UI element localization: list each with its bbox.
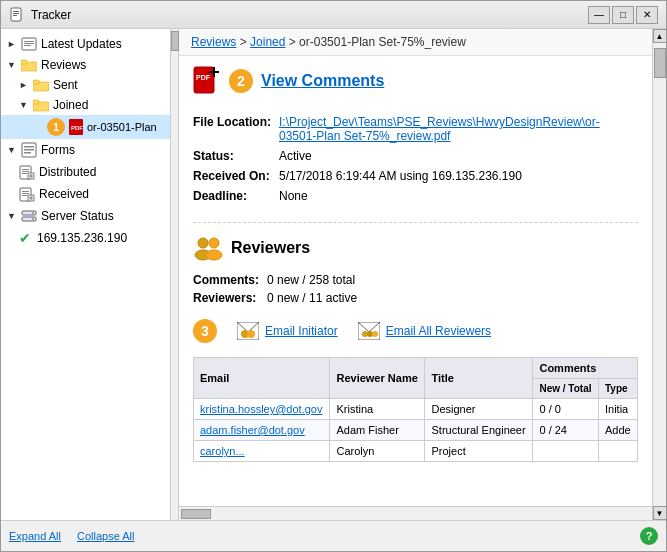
reviewer-email-1[interactable]: adam.fisher@dot.gov xyxy=(200,424,305,436)
collapse-all-link[interactable]: Collapse All xyxy=(77,530,134,542)
horizontal-scrollbar[interactable] xyxy=(179,506,652,520)
sidebar-scrollbar[interactable] xyxy=(171,29,179,520)
email-all-reviewers-label: Email All Reviewers xyxy=(386,324,491,338)
svg-rect-3 xyxy=(13,15,17,16)
restore-button[interactable]: □ xyxy=(612,6,634,24)
email-initiator-button[interactable]: Email Initiator xyxy=(237,322,338,340)
reviewer-email-0[interactable]: kristina.hossley@dot.gov xyxy=(200,403,322,415)
reviewers-title: Reviewers xyxy=(231,239,310,257)
th-comments-group: Comments xyxy=(533,358,638,379)
expand-arrow-sent[interactable]: ► xyxy=(19,80,29,90)
reviewers-count-value: 0 new / 11 active xyxy=(267,289,365,307)
breadcrumb-joined[interactable]: Joined xyxy=(250,35,285,49)
status-value: Active xyxy=(279,146,638,166)
reviewer-title-0: Designer xyxy=(425,399,533,420)
forms-icon xyxy=(21,142,37,158)
sidebar-label-sent: Sent xyxy=(53,78,78,92)
comments-value: 0 new / 258 total xyxy=(267,271,365,289)
reviewers-table: Email Reviewer Name Title Comments New /… xyxy=(193,357,638,462)
sidebar: ► Latest Updates ▼ Reviews xyxy=(1,29,171,520)
close-button[interactable]: ✕ xyxy=(636,6,658,24)
reviewer-nt-2 xyxy=(533,441,599,462)
h-scrollbar-thumb[interactable] xyxy=(181,509,211,519)
reviewer-type-2 xyxy=(598,441,637,462)
sidebar-item-joined[interactable]: ▼ Joined xyxy=(1,95,170,115)
sidebar-item-distributed[interactable]: Distributed xyxy=(1,161,170,183)
expand-arrow-joined[interactable]: ▼ xyxy=(19,100,29,110)
sidebar-item-server-ip[interactable]: ✔ 169.135.236.190 xyxy=(1,227,170,249)
view-comments-row: PDF 2 View Comments xyxy=(193,66,638,96)
scroll-up-button[interactable]: ▲ xyxy=(653,29,667,43)
scrollbar-thumb[interactable] xyxy=(171,31,179,51)
sidebar-item-latest-updates[interactable]: ► Latest Updates xyxy=(1,33,170,55)
expand-all-link[interactable]: Expand All xyxy=(9,530,61,542)
folder-icon-sent xyxy=(33,78,49,92)
sidebar-item-received[interactable]: Received xyxy=(1,183,170,205)
svg-rect-18 xyxy=(24,149,34,151)
deadline-label: Deadline: xyxy=(193,186,279,206)
minimize-button[interactable]: — xyxy=(588,6,610,24)
svg-point-44 xyxy=(209,238,219,248)
folder-icon-reviews xyxy=(21,58,37,72)
pdf-icon-or03501: PDF xyxy=(69,119,83,135)
th-new-total: New / Total xyxy=(533,379,599,399)
expand-arrow-server[interactable]: ▼ xyxy=(7,211,17,221)
right-scrollbar[interactable]: ▲ ▼ xyxy=(652,29,666,520)
svg-point-48 xyxy=(247,330,255,338)
expand-arrow-forms[interactable]: ▼ xyxy=(7,145,17,155)
reviewer-nt-0: 0 / 0 xyxy=(533,399,599,420)
sidebar-item-reviews[interactable]: ▼ Reviews xyxy=(1,55,170,75)
svg-rect-28 xyxy=(22,191,29,192)
svg-rect-23 xyxy=(22,173,27,174)
sidebar-item-sent[interactable]: ► Sent xyxy=(1,75,170,95)
svg-point-37 xyxy=(32,218,34,220)
email-action-row: 3 Email Initiator xyxy=(193,319,638,343)
reviewer-email-2[interactable]: carolyn... xyxy=(200,445,245,457)
deadline-row: Deadline: None xyxy=(193,186,638,206)
sidebar-item-forms[interactable]: ▼ Forms xyxy=(1,139,170,161)
email-initiator-label: Email Initiator xyxy=(265,324,338,338)
comments-label: Comments: xyxy=(193,271,267,289)
sidebar-label-distributed: Distributed xyxy=(39,165,96,179)
badge-2: 2 xyxy=(229,69,253,93)
badge-1: 1 xyxy=(47,118,65,136)
badge-3: 3 xyxy=(193,319,217,343)
breadcrumb-reviews[interactable]: Reviews xyxy=(191,35,236,49)
scroll-down-button[interactable]: ▼ xyxy=(653,506,667,520)
email-all-reviewers-button[interactable]: Email All Reviewers xyxy=(358,322,491,340)
view-comments-link[interactable]: View Comments xyxy=(261,72,384,90)
reviewers-info: Comments: 0 new / 258 total Reviewers: 0… xyxy=(193,271,638,307)
sidebar-label-forms: Forms xyxy=(41,143,75,157)
expand-arrow-reviews[interactable]: ▼ xyxy=(7,60,17,70)
email-all-icon xyxy=(358,322,380,340)
sidebar-label-server-ip: 169.135.236.190 xyxy=(37,231,127,245)
v-scrollbar-thumb[interactable] xyxy=(654,48,666,78)
sidebar-label-received: Received xyxy=(39,187,89,201)
svg-rect-9 xyxy=(21,60,27,64)
th-reviewer-name: Reviewer Name xyxy=(330,358,425,399)
svg-rect-5 xyxy=(24,41,34,42)
main-content: ► Latest Updates ▼ Reviews xyxy=(1,29,666,520)
svg-rect-0 xyxy=(11,8,21,21)
svg-rect-7 xyxy=(24,45,31,46)
sidebar-item-or03501[interactable]: 1 PDF or-03501-Plan xyxy=(1,115,170,139)
sidebar-item-server-status[interactable]: ▼ Server Status xyxy=(1,205,170,227)
file-location-value[interactable]: I:\Project_Dev\Teams\PSE_Reviews\HwvyDes… xyxy=(279,115,600,143)
reviewer-title-2: Project xyxy=(425,441,533,462)
file-location-row: File Location: I:\Project_Dev\Teams\PSE_… xyxy=(193,112,638,146)
reviewer-title-1: Structural Engineer xyxy=(425,420,533,441)
help-button[interactable]: ? xyxy=(640,527,658,545)
people-icon xyxy=(193,235,223,261)
svg-rect-1 xyxy=(13,11,19,12)
svg-rect-6 xyxy=(24,43,34,44)
sidebar-bottom: Expand All Collapse All ? xyxy=(1,520,666,551)
svg-rect-2 xyxy=(13,13,19,14)
table-row: kristina.hossley@dot.gov Kristina Design… xyxy=(194,399,638,420)
expand-arrow[interactable]: ► xyxy=(7,39,17,49)
reviewers-count-label: Reviewers: xyxy=(193,289,267,307)
svg-rect-13 xyxy=(33,100,39,104)
title-bar-controls: — □ ✕ xyxy=(588,6,658,24)
form-item-icon-received xyxy=(19,186,35,202)
reviewer-name-2: Carolyn xyxy=(330,441,425,462)
svg-point-52 xyxy=(372,331,378,337)
